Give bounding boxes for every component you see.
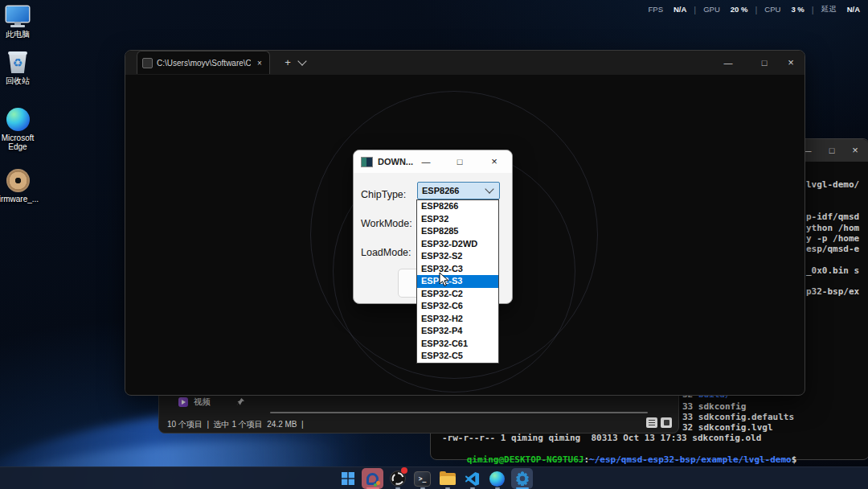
desktop-icon-label: firmware_... [0, 195, 44, 203]
tab-close-icon[interactable]: × [255, 59, 264, 68]
folder-icon [440, 473, 456, 485]
stats-separator: | [812, 5, 814, 14]
minimize-icon[interactable]: — [418, 150, 434, 173]
vscode-icon [465, 471, 480, 487]
taskbar-icon-terminal[interactable]: >_ [411, 468, 433, 489]
taskbar-icon-qq[interactable] [362, 468, 383, 489]
taskbar-icon-explorer[interactable] [436, 468, 458, 489]
new-tab-button[interactable]: + [278, 51, 297, 75]
desktop-screen: FPSN/A | GPU20 % | CPU3 % | 延迟N/A 此电脑 ♻ … [0, 0, 868, 489]
terminal-icon: >_ [414, 471, 431, 487]
start-button[interactable] [337, 468, 358, 489]
latency-value: N/A [847, 5, 860, 14]
fps-label: FPS [649, 5, 663, 14]
dropdown-item[interactable]: ESP32-C2 [417, 288, 498, 301]
taskbar-icon-vscode[interactable] [461, 468, 483, 489]
sidebar-item-label: 视频 [194, 397, 211, 408]
dropdown-item[interactable]: ESP32-P4 [417, 325, 498, 338]
desktop-icon-recycle-bin[interactable]: ♻ 回收站 [0, 51, 43, 85]
maximize-icon[interactable]: □ [821, 139, 842, 162]
dropdown-item[interactable]: ESP8266 [417, 200, 498, 213]
dropdown-item[interactable]: ESP32-C6 [417, 300, 498, 313]
dropdown-item[interactable]: ESP32-C3 [417, 263, 498, 276]
combobox-value: ESP8266 [422, 186, 486, 195]
dialog-title-bar[interactable]: DOWN... — □ × [354, 150, 512, 173]
terminal-text: p32-bsp/ex [806, 286, 859, 297]
notification-dot [374, 483, 377, 487]
terminal-text: 32 sdkconfig.lvgl [682, 422, 773, 433]
maximize-icon[interactable]: □ [452, 150, 468, 173]
gpu-value: 20 % [731, 5, 748, 14]
terminal-text: p-idf/qmsd [806, 212, 859, 222]
taskbar-icon-edge[interactable] [486, 468, 508, 489]
prompt-user-host: qiming@DESKTOP-NG9TU6J [467, 454, 584, 465]
desktop-icon-edge[interactable]: Microsoft Edge [0, 108, 43, 151]
mouse-cursor [439, 272, 449, 287]
cpu-label: CPU [764, 5, 780, 14]
gear-icon [515, 471, 530, 486]
tab-title: C:\Users\moyv\Software\Codi [157, 59, 251, 68]
cmd-icon [142, 58, 153, 68]
terminal-text: _0x0.bin s [806, 265, 859, 276]
desktop-icon-firmware-disc[interactable]: firmware_... [0, 169, 43, 203]
taskbar-center-icons: >_ [337, 468, 533, 489]
fps-value: N/A [674, 5, 686, 14]
dropdown-item[interactable]: ESP32-S2 [417, 250, 498, 263]
dropdown-item[interactable]: ESP32-D2WD [417, 238, 498, 251]
recording-badge [401, 467, 407, 474]
close-icon[interactable]: × [779, 51, 803, 75]
dropdown-item[interactable]: ESP32-C61 [417, 338, 498, 351]
recycle-bin-icon: ♻ [8, 51, 27, 74]
taskbar-icon-settings[interactable] [511, 468, 533, 489]
stats-separator: | [755, 5, 757, 14]
taskbar-icon-obs[interactable] [387, 468, 408, 489]
chiptype-combobox[interactable]: ESP8266 [417, 182, 500, 199]
gpu-label: GPU [703, 5, 720, 14]
status-bar-text: 10 个项目 | 选中 1 个项目 24.2 MB | [167, 419, 304, 430]
disc-icon [6, 169, 30, 192]
terminal-text: lvgl-demo/ [806, 179, 859, 190]
taskbar: >_ ∧ 中 拼 [0, 466, 868, 489]
latency-label: 延迟 [821, 4, 837, 14]
tab-dropdown-icon[interactable] [299, 61, 312, 64]
tab-bar: C:\Users\moyv\Software\Codi × + — □ × [125, 51, 805, 75]
windows-logo-icon [342, 472, 354, 485]
desktop-icon-label: Microsoft Edge [0, 134, 42, 151]
explorer-scrollbar[interactable] [270, 412, 648, 413]
terminal-text: ython /hom [806, 223, 859, 233]
terminal-text: esp/qmsd-e [806, 244, 859, 254]
chiptype-dropdown-list: ESP8266 ESP32 ESP8285 ESP32-D2WD ESP32-S… [416, 199, 499, 364]
terminal-tab[interactable]: C:\Users\moyv\Software\Codi × [137, 51, 270, 74]
edge-icon [489, 471, 505, 487]
app-icon [361, 157, 373, 167]
dropdown-item-selected[interactable]: ESP32-S3 [417, 275, 498, 288]
close-icon[interactable]: × [845, 139, 866, 162]
this-pc-icon [6, 6, 30, 27]
terminal-text: 33 sdkconfig [682, 401, 746, 412]
chiptype-label: ChipType: [361, 189, 406, 200]
terminal-text: -rw-r--r-- 1 qiming qiming 80313 Oct 13 … [442, 433, 761, 443]
videos-icon [178, 397, 188, 407]
prompt-path: ~/esp/qmsd-esp32-bsp/example/lvgl-demo [589, 454, 792, 465]
cpu-value: 3 % [791, 5, 804, 14]
pin-icon[interactable] [236, 397, 245, 406]
desktop-icon-label: 回收站 [0, 76, 43, 85]
workmode-label: WorkMode: [361, 218, 412, 229]
dropdown-item[interactable]: ESP32-C5 [417, 350, 498, 363]
close-icon[interactable]: × [486, 150, 502, 173]
loadmode-label: LoadMode: [361, 247, 411, 258]
thumbnail-view-button[interactable] [661, 417, 672, 428]
dropdown-item[interactable]: ESP32-H2 [417, 313, 498, 326]
dropdown-item[interactable]: ESP8285 [417, 225, 498, 238]
desktop-icon-label: 此电脑 [0, 30, 43, 39]
terminal-text: y -p /home [806, 233, 859, 244]
minimize-icon[interactable]: — [716, 51, 740, 75]
performance-overlay: FPSN/A | GPU20 % | CPU3 % | 延迟N/A [649, 4, 861, 14]
desktop-icon-this-pc[interactable]: 此电脑 [0, 6, 43, 39]
dialog-title: DOWN... [378, 157, 413, 166]
maximize-icon[interactable]: □ [752, 51, 776, 75]
dropdown-item[interactable]: ESP32 [417, 213, 498, 226]
stats-separator: | [694, 5, 696, 14]
sidebar-item-videos[interactable]: 视频 [178, 397, 211, 408]
details-view-button[interactable] [646, 417, 657, 428]
